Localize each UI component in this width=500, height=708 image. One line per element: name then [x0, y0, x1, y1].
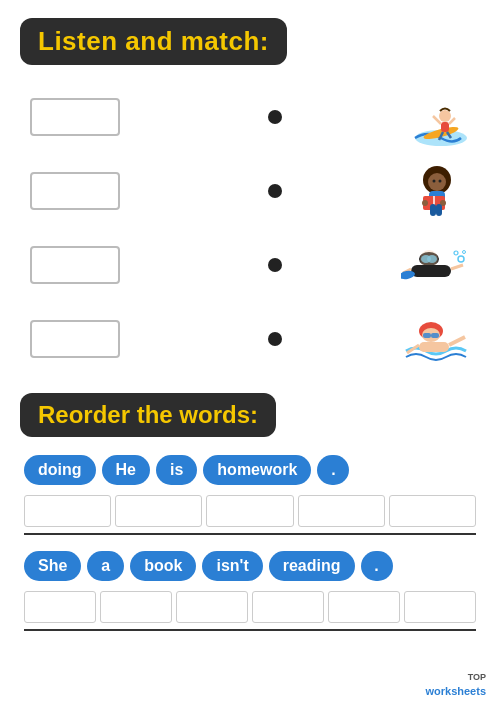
- match-row-3: [30, 235, 470, 295]
- svg-rect-23: [411, 265, 451, 277]
- answer-box-2-5[interactable]: [328, 591, 400, 623]
- title-text: Listen and match:: [38, 26, 269, 56]
- match-row-4: [30, 309, 470, 369]
- svg-rect-32: [423, 333, 431, 338]
- chip-is[interactable]: is: [156, 455, 197, 485]
- svg-rect-35: [419, 342, 449, 352]
- answer-line-2: [24, 629, 476, 631]
- sentence2-answer-boxes: [20, 591, 480, 623]
- sentence2-chips: She a book isn't reading .: [20, 551, 480, 581]
- answer-box-2-2[interactable]: [100, 591, 172, 623]
- match-dot-4: [268, 332, 282, 346]
- match-input-2[interactable]: [30, 172, 120, 210]
- section-title-listen: Listen and match:: [20, 18, 287, 65]
- svg-point-2: [439, 110, 451, 122]
- watermark: TOP worksheets: [425, 672, 486, 698]
- answer-box-1-1[interactable]: [24, 495, 111, 527]
- match-image-diver: [400, 235, 470, 295]
- page: Listen and match:: [0, 0, 500, 708]
- svg-rect-3: [441, 122, 449, 132]
- chip-dot2[interactable]: .: [361, 551, 393, 581]
- match-input-1[interactable]: [30, 98, 120, 136]
- match-row-1: [30, 87, 470, 147]
- svg-point-28: [454, 251, 458, 255]
- svg-rect-33: [431, 333, 439, 338]
- reader-icon: [403, 160, 468, 222]
- svg-point-11: [438, 180, 441, 183]
- chip-doing[interactable]: doing: [24, 455, 96, 485]
- match-row-2: [30, 161, 470, 221]
- section-title-reorder: Reorder the words:: [20, 393, 276, 437]
- watermark-bottom: worksheets: [425, 684, 486, 698]
- answer-box-2-1[interactable]: [24, 591, 96, 623]
- match-image-surfer: [400, 87, 470, 147]
- match-section: [20, 87, 480, 369]
- svg-point-10: [432, 180, 435, 183]
- match-input-3[interactable]: [30, 246, 120, 284]
- answer-box-2-4[interactable]: [252, 591, 324, 623]
- match-image-swimmer: [400, 309, 470, 369]
- diver-icon: [401, 237, 469, 293]
- svg-point-29: [463, 251, 466, 254]
- svg-line-24: [451, 265, 463, 269]
- chip-reading[interactable]: reading: [269, 551, 355, 581]
- watermark-top: TOP: [425, 672, 486, 684]
- match-dot-1: [268, 110, 282, 124]
- swimmer-icon: [401, 309, 469, 369]
- reorder-title-text: Reorder the words:: [38, 401, 258, 428]
- sentence1-answer-boxes: [20, 495, 480, 527]
- chip-she[interactable]: She: [24, 551, 81, 581]
- sentence1-chips: doing He is homework .: [20, 455, 480, 485]
- answer-line-1: [24, 533, 476, 535]
- chip-book[interactable]: book: [130, 551, 196, 581]
- answer-box-2-3[interactable]: [176, 591, 248, 623]
- chip-dot1[interactable]: .: [317, 455, 349, 485]
- answer-box-1-4[interactable]: [298, 495, 385, 527]
- match-image-reader: [400, 161, 470, 221]
- answer-box-1-5[interactable]: [389, 495, 476, 527]
- match-input-4[interactable]: [30, 320, 120, 358]
- chip-homework[interactable]: homework: [203, 455, 311, 485]
- svg-line-36: [449, 337, 465, 345]
- chip-a[interactable]: a: [87, 551, 124, 581]
- answer-box-2-6[interactable]: [404, 591, 476, 623]
- chip-isnt[interactable]: isn't: [202, 551, 262, 581]
- svg-point-27: [458, 256, 464, 262]
- answer-box-1-2[interactable]: [115, 495, 202, 527]
- svg-rect-17: [430, 204, 436, 216]
- svg-point-15: [422, 200, 428, 206]
- svg-rect-18: [436, 204, 442, 216]
- answer-box-1-3[interactable]: [206, 495, 293, 527]
- match-dot-2: [268, 184, 282, 198]
- chip-he[interactable]: He: [102, 455, 150, 485]
- surfer-icon: [403, 88, 468, 146]
- match-dot-3: [268, 258, 282, 272]
- svg-point-9: [428, 173, 446, 191]
